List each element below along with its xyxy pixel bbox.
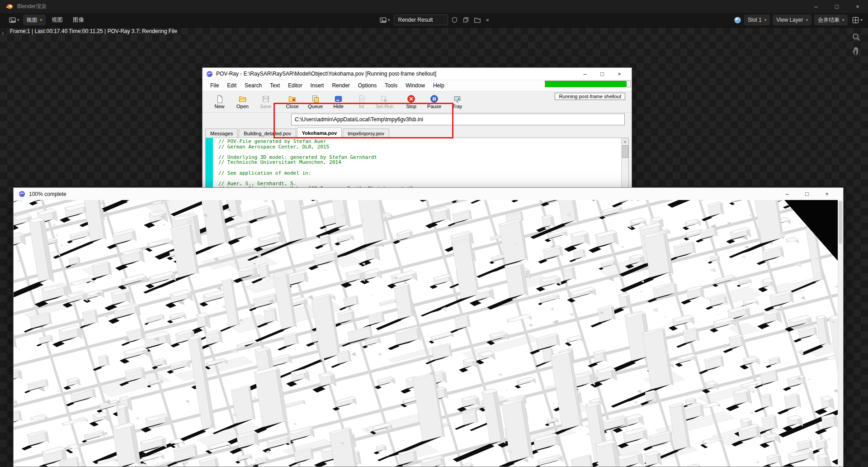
render-image-area xyxy=(14,200,843,467)
menu-image[interactable]: 图像 xyxy=(69,16,88,24)
povray-render-logo-icon xyxy=(19,191,25,197)
shield-icon xyxy=(452,17,458,23)
render-close-button[interactable]: × xyxy=(817,188,837,200)
view-layer-select[interactable]: View Layer ▾ xyxy=(773,14,811,25)
view-layer-label: View Layer xyxy=(776,17,803,23)
image-icon xyxy=(380,17,387,24)
image-editor-icon xyxy=(9,17,16,24)
render-progress-bar xyxy=(545,81,631,87)
code-line: // Technische Universitaet Muenchen, 201… xyxy=(218,160,621,165)
blender-maximize-button[interactable]: □ xyxy=(826,0,847,13)
povray-window-title: POV-Ray - E:\RaySAR\RaySAR\Model\Object\… xyxy=(216,71,576,77)
pov-menu-edit[interactable]: Edit xyxy=(223,82,241,89)
blender-titlebar: Blender渲染 – □ × xyxy=(0,0,868,13)
povray-maximize-button[interactable]: □ xyxy=(594,68,611,80)
blender-window-title: Blender渲染 xyxy=(17,3,47,10)
code-line: // German Aerospace Center, DLR, 2015 xyxy=(218,144,621,150)
render-progress-fill xyxy=(545,81,627,87)
render-image xyxy=(14,200,843,467)
close-file-icon xyxy=(288,95,297,103)
render-minimize-button[interactable]: – xyxy=(777,188,797,200)
new-button[interactable]: New xyxy=(208,92,231,111)
chevron-down-icon: ▾ xyxy=(40,18,42,22)
shellout-status-box: Running post-frame shellout xyxy=(555,93,625,100)
sphere-icon[interactable] xyxy=(734,16,741,24)
sel-run-icon xyxy=(380,95,389,103)
editor-type-button[interactable]: ▾ xyxy=(7,14,21,25)
hide-icon xyxy=(334,95,343,103)
stop-icon xyxy=(407,95,416,103)
new-icon xyxy=(215,95,224,103)
pov-menu-options[interactable]: Options xyxy=(354,82,381,89)
pov-menu-insert[interactable]: Insert xyxy=(306,82,328,89)
render-window-titlebar: 100% complete – □ × xyxy=(14,188,843,200)
pov-menu-text[interactable]: Text xyxy=(266,82,284,89)
open-image-button[interactable] xyxy=(472,14,482,25)
blender-window-controls: – □ × xyxy=(806,0,868,13)
header-right-group: Slot 1 ▾ View Layer ▾ 合并结果 ▾ ▾ xyxy=(734,14,864,25)
new-image-button[interactable] xyxy=(461,14,471,25)
queue-icon xyxy=(311,95,320,103)
tray-icon xyxy=(453,95,462,103)
render-maximize-button[interactable]: □ xyxy=(797,188,817,200)
code-line: // See application of model in: xyxy=(218,171,621,176)
render-scrollbar[interactable] xyxy=(838,200,843,467)
pov-menu-search[interactable]: Search xyxy=(241,82,266,89)
display-channels-icon xyxy=(852,17,859,24)
folder-icon xyxy=(474,17,481,23)
render-scroll-thumb[interactable] xyxy=(839,201,842,244)
chevron-down-icon: ▾ xyxy=(842,18,844,22)
povray-titlebar: POV-Ray - E:\RaySAR\RaySAR\Model\Object\… xyxy=(203,68,632,80)
render-window-title: 100% complete xyxy=(29,191,777,197)
chevron-down-icon: ▾ xyxy=(860,18,863,22)
render-stats-overlay: Frame:1 | Last:00:17.40 Time:00:11.25 | … xyxy=(10,28,177,34)
open-button[interactable]: Open xyxy=(231,92,254,111)
render-pass-label: 合并结果 xyxy=(818,16,840,24)
blender-close-button[interactable]: × xyxy=(847,0,868,13)
hand-icon xyxy=(852,46,861,55)
pov-menu-editor[interactable]: Editor xyxy=(284,82,306,89)
close-icon: × xyxy=(486,17,490,23)
ini-icon xyxy=(357,95,366,103)
pov-menu-file[interactable]: File xyxy=(206,82,223,89)
image-name-field[interactable]: Render Result xyxy=(394,14,448,25)
scroll-up-button[interactable]: ▲ xyxy=(622,138,628,144)
display-channels-button[interactable]: ▾ xyxy=(850,14,864,25)
chevron-down-icon: ▾ xyxy=(806,18,808,22)
annotation-rectangle xyxy=(274,103,453,138)
fake-user-button[interactable] xyxy=(450,14,459,25)
blender-minimize-button[interactable]: – xyxy=(806,0,826,13)
chevron-down-icon: ▾ xyxy=(17,18,19,22)
chevron-down-icon: ▾ xyxy=(388,18,390,22)
copy-icon xyxy=(463,17,469,23)
pov-menu-render[interactable]: Render xyxy=(328,82,354,89)
slot-select[interactable]: Slot 1 ▾ xyxy=(744,14,770,25)
chevron-down-icon: ▾ xyxy=(764,18,767,22)
open-icon xyxy=(238,95,247,103)
save-icon xyxy=(261,95,270,103)
code-line xyxy=(218,165,621,171)
code-line xyxy=(218,176,621,181)
povray-minimize-button[interactable]: – xyxy=(576,68,594,80)
povray-close-button[interactable]: × xyxy=(611,68,628,80)
mode-select[interactable]: 视图 ▾ xyxy=(23,14,46,25)
render-window-controls: – □ × xyxy=(777,188,837,200)
pov-menu-help[interactable]: Help xyxy=(429,82,448,89)
image-datablock-button[interactable]: ▾ xyxy=(378,14,392,25)
unlink-button[interactable]: × xyxy=(484,14,491,25)
menu-view[interactable]: 视图 xyxy=(47,16,67,24)
render-pass-select[interactable]: 合并结果 ▾ xyxy=(814,14,848,25)
zoom-gizmo[interactable] xyxy=(852,33,861,42)
slot-select-label: Slot 1 xyxy=(748,17,762,23)
pan-gizmo[interactable] xyxy=(852,46,861,55)
scroll-thumb[interactable] xyxy=(622,145,628,158)
magnifier-icon xyxy=(852,33,861,42)
region-toggle-arrow[interactable]: › xyxy=(2,30,4,36)
pov-menu-tools[interactable]: Tools xyxy=(381,82,401,89)
header-left-group: ▾ 视图 ▾ 视图 图像 xyxy=(7,14,88,25)
pause-icon xyxy=(430,95,439,103)
screen: Blender渲染 – □ × ▾ 视图 ▾ 视图 图像 xyxy=(0,0,868,467)
code-line: // POV-File generated by Stefan Auer xyxy=(218,139,621,144)
pov-menu-window[interactable]: Window xyxy=(401,82,429,89)
tab-messages[interactable]: Messages xyxy=(205,129,238,138)
